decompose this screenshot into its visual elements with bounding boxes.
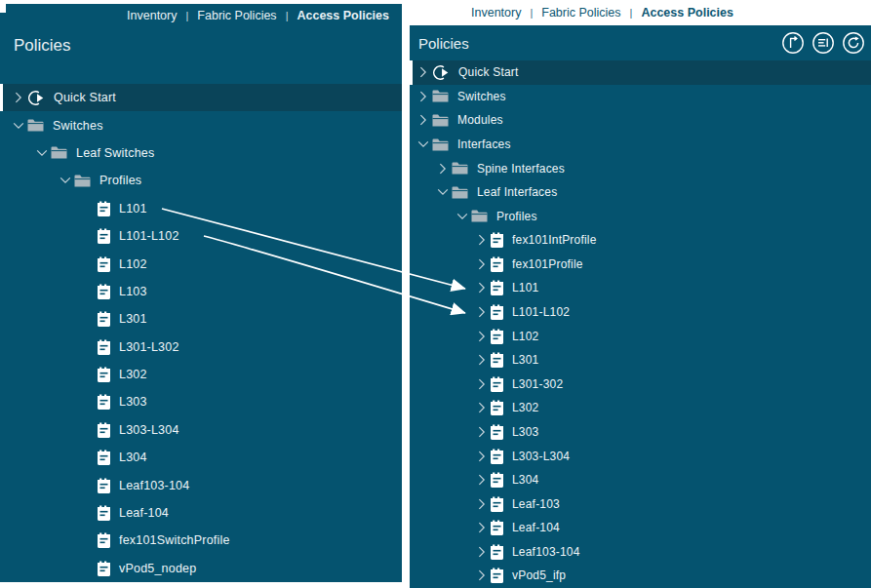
tree-item-l102[interactable]: L102 bbox=[410, 324, 871, 348]
chevron-right-icon[interactable] bbox=[474, 353, 489, 367]
profile-document-icon bbox=[491, 400, 503, 415]
tree-item-vpod5-ifp[interactable]: vPod5_ifp bbox=[410, 564, 871, 588]
tree-item-profiles[interactable]: Profiles bbox=[410, 204, 871, 228]
tree-item-modules[interactable]: Modules bbox=[410, 108, 871, 133]
tree-item-label: vPod5_ifp bbox=[512, 568, 566, 582]
tree-item-label: Leaf Interfaces bbox=[477, 185, 557, 199]
tree-item-l301[interactable]: L301 bbox=[0, 305, 402, 333]
tree-item-l101-l102[interactable]: L101-L102 bbox=[0, 222, 402, 250]
nav-item-access-policies[interactable]: Access Policies bbox=[641, 6, 733, 20]
profile-document-icon bbox=[98, 505, 110, 521]
tree-item-leaf-interfaces[interactable]: Leaf Interfaces bbox=[410, 180, 871, 205]
folder-icon bbox=[51, 146, 67, 159]
tree-item-label: Leaf-104 bbox=[512, 521, 560, 534]
tree-item-label: Switches bbox=[53, 119, 103, 133]
tree-item-label: Quick Start bbox=[54, 91, 116, 104]
chevron-spacer bbox=[81, 229, 96, 243]
tree-item-l301-l302[interactable]: L301-L302 bbox=[0, 333, 402, 361]
tree-item-leaf-switches[interactable]: Leaf Switches bbox=[0, 139, 402, 167]
tree-item-l303-l304[interactable]: L303-L304 bbox=[0, 416, 402, 444]
profile-document-icon bbox=[98, 201, 110, 216]
tree-item-l303[interactable]: L303 bbox=[0, 388, 402, 415]
chevron-right-icon[interactable] bbox=[474, 545, 489, 559]
chevron-right-icon[interactable] bbox=[474, 450, 489, 463]
profile-document-icon bbox=[491, 544, 503, 560]
tree-item-vpod5-nodep[interactable]: vPod5_nodep bbox=[0, 555, 402, 582]
chevron-right-icon[interactable] bbox=[416, 90, 430, 103]
chevron-down-icon[interactable] bbox=[58, 174, 72, 187]
chevron-right-icon[interactable] bbox=[474, 377, 489, 391]
tree-item-l101[interactable]: L101 bbox=[410, 276, 871, 300]
chevron-right-icon[interactable] bbox=[474, 568, 489, 582]
nav-item-fabric-policies[interactable]: Fabric Policies bbox=[541, 6, 620, 20]
tree-item-interfaces[interactable]: Interfaces bbox=[410, 133, 871, 157]
tree-item-leaf103-104[interactable]: Leaf103-104 bbox=[410, 540, 871, 565]
tree-item-l101[interactable]: L101 bbox=[0, 195, 402, 222]
tree-item-l303[interactable]: L303 bbox=[410, 420, 871, 445]
tree-item-fex101intprofile[interactable]: fex101IntProfile bbox=[410, 228, 871, 253]
tree-item-l304[interactable]: L304 bbox=[410, 468, 871, 492]
chevron-right-icon[interactable] bbox=[474, 521, 489, 534]
tree-item-fex101profile[interactable]: fex101Profile bbox=[410, 253, 871, 277]
tree-item-leaf-104[interactable]: Leaf-104 bbox=[410, 516, 871, 540]
chevron-right-icon[interactable] bbox=[474, 473, 489, 487]
tree-item-switches[interactable]: Switches bbox=[0, 111, 402, 138]
folder-icon bbox=[27, 119, 44, 132]
chevron-right-icon[interactable] bbox=[474, 305, 489, 319]
tree-item-leaf-104[interactable]: Leaf-104 bbox=[0, 499, 402, 527]
tree-item-label: Quick Start bbox=[458, 65, 519, 79]
profile-document-icon bbox=[98, 450, 110, 465]
refresh-icon[interactable] bbox=[842, 31, 865, 55]
tree-item-quick-start[interactable]: Quick Start bbox=[410, 60, 871, 85]
chevron-down-icon[interactable] bbox=[435, 185, 450, 199]
chevron-right-icon[interactable] bbox=[474, 281, 489, 294]
tree-item-leaf-103[interactable]: Leaf-103 bbox=[410, 491, 871, 516]
tree-item-profiles[interactable]: Profiles bbox=[0, 167, 402, 194]
profile-document-icon bbox=[491, 568, 503, 583]
chevron-spacer bbox=[81, 506, 96, 520]
tree-item-l304[interactable]: L304 bbox=[0, 444, 402, 471]
expand-icon[interactable] bbox=[781, 31, 805, 55]
tree-item-label: fex101IntProfile bbox=[512, 233, 597, 247]
chevron-right-icon[interactable] bbox=[416, 113, 430, 127]
tree-item-l301-302[interactable]: L301-302 bbox=[410, 372, 871, 397]
chevron-down-icon[interactable] bbox=[34, 146, 49, 160]
chevron-down-icon[interactable] bbox=[455, 210, 469, 223]
nav-separator: | bbox=[630, 7, 633, 19]
chevron-down-icon[interactable] bbox=[11, 119, 25, 133]
tree-item-quick-start[interactable]: Quick Start bbox=[0, 84, 402, 111]
tree-item-l102[interactable]: L102 bbox=[0, 250, 402, 277]
profile-document-icon bbox=[491, 520, 503, 535]
tree-item-label: L103 bbox=[119, 285, 147, 298]
tree-item-l301[interactable]: L301 bbox=[410, 348, 871, 372]
tree-item-spine-interfaces[interactable]: Spine Interfaces bbox=[410, 156, 871, 180]
chevron-right-icon[interactable] bbox=[435, 162, 450, 176]
tree-item-leaf103-104[interactable]: Leaf103-104 bbox=[0, 471, 402, 498]
chevron-right-icon[interactable] bbox=[474, 257, 489, 271]
chevron-right-icon[interactable] bbox=[474, 425, 489, 439]
nav-item-inventory[interactable]: Inventory bbox=[127, 9, 177, 22]
tree-item-label: fex101SwitchProfile bbox=[119, 533, 230, 547]
chevron-down-icon[interactable] bbox=[416, 137, 430, 151]
filter-list-icon[interactable] bbox=[812, 31, 835, 55]
tree-item-switches[interactable]: Switches bbox=[410, 85, 871, 109]
nav-item-inventory[interactable]: Inventory bbox=[471, 6, 521, 20]
chevron-right-icon[interactable] bbox=[11, 91, 25, 104]
nav-item-fabric-policies[interactable]: Fabric Policies bbox=[197, 9, 276, 22]
chevron-right-icon[interactable] bbox=[416, 65, 430, 79]
tree-item-fex101switchprofile[interactable]: fex101SwitchProfile bbox=[0, 527, 402, 554]
tree-item-l103[interactable]: L103 bbox=[0, 278, 402, 305]
chevron-spacer bbox=[81, 257, 96, 271]
tree-item-l302[interactable]: L302 bbox=[410, 396, 871, 420]
chevron-right-icon[interactable] bbox=[474, 330, 489, 343]
tree-item-label: L301 bbox=[512, 353, 539, 367]
left-panel-header: Policies bbox=[0, 27, 402, 64]
nav-item-access-policies[interactable]: Access Policies bbox=[297, 9, 389, 22]
tree-item-l101-l102[interactable]: L101-L102 bbox=[410, 300, 871, 325]
chevron-right-icon[interactable] bbox=[474, 233, 489, 247]
chevron-right-icon[interactable] bbox=[474, 401, 489, 414]
tree-item-l302[interactable]: L302 bbox=[0, 361, 402, 388]
tree-item-label: L101-L102 bbox=[512, 305, 570, 319]
tree-item-l303-l304[interactable]: L303-L304 bbox=[410, 444, 871, 468]
chevron-right-icon[interactable] bbox=[474, 497, 489, 511]
